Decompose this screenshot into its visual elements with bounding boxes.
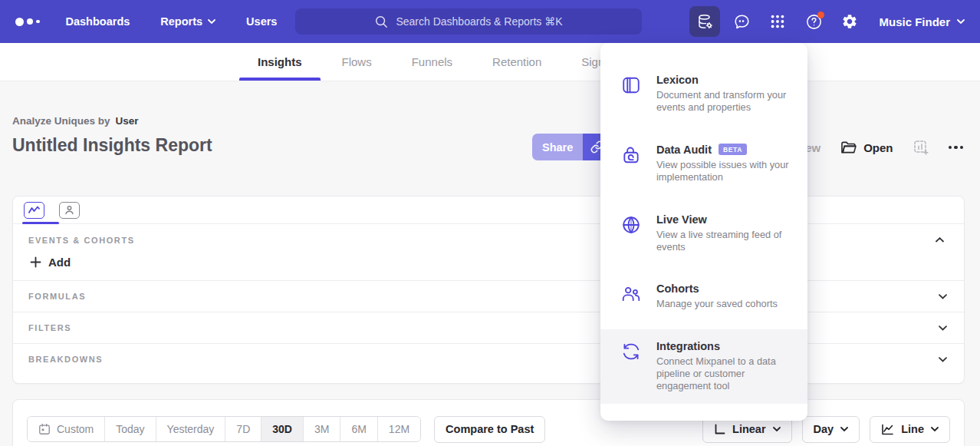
lexicon-icon [621,74,641,114]
content: Analyze Uniques by User Untitled Insight… [0,81,980,446]
chat-bubble-icon [733,13,751,31]
menu-item-data-audit[interactable]: Data Audit BETA View possible issues wit… [600,133,807,195]
person-icon [64,205,74,215]
daterange-custom[interactable]: Custom [28,417,105,441]
mixpanel-logo-icon[interactable] [15,18,40,26]
line-chart-icon [881,424,894,435]
menu-item-integrations[interactable]: Integrations Connect Mixpanel to a data … [600,329,807,404]
menu-item-description: View a live streaming feed of events [656,229,789,254]
menu-item-lexicon[interactable]: Lexicon Document and transform your even… [600,63,807,125]
open-report-button[interactable]: Open [840,140,893,154]
nav-reports[interactable]: Reports [160,15,215,28]
menu-item-title: Data Audit [656,144,712,156]
collapse-events-button[interactable] [932,234,947,246]
metric-type-tabs [13,197,964,224]
events-cohorts-section[interactable]: EVENTS & COHORTS [13,224,964,247]
menu-item-text: Integrations Connect Mixpanel to a data … [656,340,789,393]
daterange-30d[interactable]: 30D [261,417,304,441]
add-to-board-button[interactable] [913,140,929,155]
add-event-button[interactable]: Add [13,247,105,280]
gear-icon [841,13,858,30]
chevron-down-icon [208,19,215,24]
data-management-button[interactable] [689,6,720,37]
help-button[interactable] [799,7,828,36]
cohorts-users-icon [621,282,641,310]
line-chart-icon [28,205,41,215]
chart-controls-card: Custom Today Yesterday 7D 30D 3M 6M 12M … [12,399,965,446]
seg-label: Custom [57,423,94,435]
nav-reports-label: Reports [160,15,202,28]
daterange-3m[interactable]: 3M [304,417,340,441]
folder-icon [840,140,857,154]
menu-item-title: Live View [656,213,707,226]
database-gear-icon [696,13,714,31]
plus-icon [30,256,41,268]
daterange-segmented-control: Custom Today Yesterday 7D 30D 3M 6M 12M [27,416,421,442]
daterange-7d[interactable]: 7D [225,417,261,441]
tab-label: Retention [492,55,541,68]
chevron-down-icon [939,357,947,362]
chevron-down-icon [957,19,965,24]
menu-item-cohorts[interactable]: Cohorts Manage your saved cohorts [600,272,807,321]
chevron-up-icon [936,237,944,243]
search-input[interactable]: Search Dashboards & Reports ⌘K [295,8,642,35]
workspace-switcher[interactable]: Music Finder [879,15,965,28]
query-builder-card: EVENTS & COHORTS Add FORMULAS FILTERS BR… [12,196,965,384]
events-metrics-tab[interactable] [24,202,44,219]
tab-flows[interactable]: Flows [339,43,375,81]
menu-item-description: Manage your saved cohorts [656,298,778,310]
daterange-12m[interactable]: 12M [378,417,420,441]
feedback-button[interactable] [727,7,756,36]
data-audit-icon [621,144,641,184]
menu-item-text: Lexicon Document and transform your even… [656,74,789,114]
tab-insights[interactable]: Insights [255,43,305,81]
integrations-sync-icon [621,340,641,393]
add-label: Add [48,256,71,269]
formulas-label: FORMULAS [28,292,86,301]
more-options-button[interactable] [949,140,964,155]
filters-label: FILTERS [28,323,71,332]
scale-label: Linear [732,423,766,435]
menu-item-title: Integrations [656,340,720,352]
interval-dropdown[interactable]: Day [802,416,860,443]
share-button[interactable]: Share [532,134,583,160]
events-cohorts-label: EVENTS & COHORTS [28,236,135,245]
tab-label: Flows [342,55,372,68]
byline-value: User [116,115,139,127]
search-placeholder: Search Dashboards & Reports ⌘K [396,15,562,28]
notification-dot [817,12,824,18]
daterange-yesterday[interactable]: Yesterday [156,417,226,441]
report-title[interactable]: Untitled Insights Report [12,135,212,156]
compare-label: Compare to Past [446,423,534,435]
menu-item-text: Live View View a live streaming feed of … [656,213,789,254]
grid-dots-icon [769,13,786,30]
filters-section[interactable]: FILTERS [13,312,964,343]
board-add-icon [913,140,929,155]
live-view-globe-icon [621,213,641,254]
seg-label: 6M [351,423,366,435]
menu-item-description: Document and transform your events and p… [656,89,789,114]
axes-icon [714,424,725,435]
nav-dashboards[interactable]: Dashboards [66,15,130,28]
menu-item-text: Data Audit BETA View possible issues wit… [656,144,789,184]
tab-funnels[interactable]: Funnels [409,43,455,81]
chart-type-dropdown[interactable]: Line [870,416,950,443]
apps-grid-button[interactable] [763,7,792,36]
breakdowns-section[interactable]: BREAKDOWNS [13,343,964,375]
app-root: Dashboards Reports Users Search Dashboar… [0,0,980,446]
profiles-tab[interactable] [59,202,80,219]
nav-users[interactable]: Users [246,15,277,28]
settings-button[interactable] [835,7,864,36]
daterange-today[interactable]: Today [105,417,156,441]
tab-label: Funnels [412,55,452,68]
formulas-section[interactable]: FORMULAS [13,280,964,312]
byline-prefix: Analyze Uniques by [12,115,110,127]
menu-item-title: Lexicon [656,74,699,86]
seg-label: 3M [314,423,329,435]
tab-retention[interactable]: Retention [489,43,544,81]
daterange-6m[interactable]: 6M [340,417,377,441]
nav-dashboards-label: Dashboards [66,15,130,28]
workspace-name: Music Finder [879,15,950,28]
compare-to-past-button[interactable]: Compare to Past [434,416,545,443]
menu-item-live-view[interactable]: Live View View a live streaming feed of … [600,203,807,265]
